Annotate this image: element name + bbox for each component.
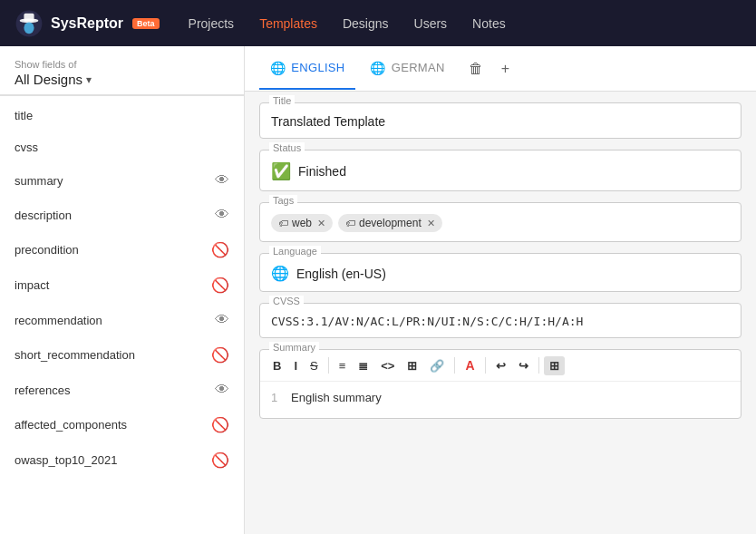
sidebar-item-label: impact: [15, 278, 49, 292]
language-value[interactable]: English (en-US): [296, 267, 386, 281]
nav-links: Projects Templates Designs Users Notes: [189, 16, 506, 31]
nav-users[interactable]: Users: [414, 16, 448, 31]
undo-button[interactable]: ↩: [490, 356, 511, 375]
content-area: 🌐 ENGLISH 🌐 GERMAN 🗑 + Title Translated …: [245, 46, 756, 534]
italic-button[interactable]: I: [288, 356, 303, 375]
eye-off-icon[interactable]: 🚫: [211, 451, 229, 469]
tab-english-label: ENGLISH: [291, 61, 344, 74]
cvss-value[interactable]: CVSS:3.1/AV:N/AC:L/PR:N/UI:N/S:C/C:H/I:H…: [271, 315, 583, 328]
svg-rect-2: [24, 13, 34, 21]
eye-icon[interactable]: 👁: [215, 172, 229, 189]
ordered-list-button[interactable]: ≣: [353, 356, 373, 375]
sidebar-item-owasp[interactable]: owasp_top10_2021 🚫: [0, 442, 244, 478]
nav-notes[interactable]: Notes: [472, 16, 506, 31]
tag-web-remove[interactable]: ✕: [317, 218, 325, 229]
sidebar-item-summary[interactable]: summary 👁: [0, 163, 244, 198]
sidebar-item-short-recommendation[interactable]: short_recommendation 🚫: [0, 337, 244, 373]
eye-off-icon[interactable]: 🚫: [211, 241, 229, 258]
title-field: Title Translated Template: [259, 102, 741, 139]
status-label: Status: [269, 142, 305, 153]
tab-english[interactable]: 🌐 ENGLISH: [259, 48, 355, 90]
redo-button[interactable]: ↪: [513, 356, 534, 375]
tags-inner: 🏷 web ✕ 🏷 development ✕: [260, 203, 741, 241]
add-language-button[interactable]: +: [496, 57, 515, 81]
code-button[interactable]: <>: [375, 356, 400, 375]
sidebar-item-label: cvss: [15, 141, 38, 154]
sidebar-item-references[interactable]: references 👁: [0, 373, 244, 407]
beta-badge: Beta: [132, 18, 160, 29]
sidebar-item-label: references: [15, 384, 70, 397]
sidebar-item-label: affected_components: [15, 418, 127, 432]
status-check-icon: ✅: [271, 161, 291, 181]
sidebar-select-row: All Designs ▾: [15, 72, 229, 87]
sidebar-item-description[interactable]: description 👁: [0, 198, 244, 232]
editor-content[interactable]: 1 English summary: [260, 382, 741, 418]
svg-point-3: [24, 22, 34, 34]
status-row: ✅ Finished: [271, 161, 730, 181]
summary-label: Summary: [269, 342, 319, 353]
sidebar-item-label: description: [15, 209, 72, 222]
eye-off-icon[interactable]: 🚫: [211, 416, 229, 433]
sidebar-item-recommendation[interactable]: recommendation 👁: [0, 303, 244, 337]
toolbar-separator: [454, 357, 455, 374]
tags-row: 🏷 web ✕ 🏷 development ✕: [271, 214, 730, 232]
sidebar-item-impact[interactable]: impact 🚫: [0, 267, 244, 303]
nav-projects[interactable]: Projects: [189, 16, 235, 31]
status-field: Status ✅ Finished: [259, 150, 741, 191]
sidebar-item-affected-components[interactable]: affected_components 🚫: [0, 407, 244, 442]
eye-off-icon[interactable]: 🚫: [211, 346, 229, 364]
main-layout: Show fields of All Designs ▾ title cvss …: [0, 46, 756, 534]
sidebar-item-cvss[interactable]: cvss: [0, 131, 244, 163]
chevron-down-icon[interactable]: ▾: [86, 73, 92, 86]
sidebar-item-label: owasp_top10_2021: [15, 453, 118, 467]
editor-toolbar: B I S ≡ ≣ <> ⊞ 🔗 A ↩ ↪ ⊞: [260, 350, 741, 382]
navbar: SysReptor Beta Projects Templates Design…: [0, 0, 756, 46]
sidebar-header: Show fields of All Designs ▾: [0, 46, 244, 95]
sidebar-item-title[interactable]: title: [0, 100, 244, 131]
form-content: Title Translated Template Status ✅ Finis…: [245, 92, 756, 441]
language-row: 🌐 English (en-US): [271, 265, 730, 282]
show-fields-label: Show fields of: [15, 59, 229, 70]
nav-templates[interactable]: Templates: [259, 16, 317, 31]
sidebar-item-label: summary: [15, 174, 63, 188]
table-button[interactable]: ⊞: [402, 356, 422, 375]
strikethrough-button[interactable]: S: [305, 356, 324, 375]
eye-icon[interactable]: 👁: [215, 312, 229, 328]
tags-label: Tags: [269, 195, 297, 206]
toolbar-separator: [328, 357, 329, 374]
view-toggle-button[interactable]: ⊞: [544, 356, 565, 375]
translate-icon: 🌐: [271, 265, 289, 282]
eye-off-icon[interactable]: 🚫: [211, 277, 229, 294]
nav-designs[interactable]: Designs: [343, 16, 389, 31]
bullet-list-button[interactable]: ≡: [334, 356, 352, 375]
eye-icon[interactable]: 👁: [215, 207, 229, 223]
toolbar-separator: [485, 357, 486, 374]
tag-icon: 🏷: [278, 218, 288, 228]
line-number: 1: [271, 391, 282, 404]
status-value[interactable]: Finished: [298, 164, 346, 179]
tab-german[interactable]: 🌐 GERMAN: [359, 48, 455, 90]
language-label: Language: [269, 246, 321, 257]
sidebar-item-label: precondition: [15, 243, 79, 257]
tag-development-remove[interactable]: ✕: [427, 218, 435, 229]
tags-field: Tags 🏷 web ✕ 🏷 development ✕: [259, 202, 741, 242]
sidebar-item-label: title: [15, 109, 33, 122]
tag-web: 🏷 web ✕: [271, 214, 333, 232]
eye-icon[interactable]: 👁: [215, 382, 229, 398]
tag-development-label: development: [359, 217, 422, 229]
bold-button[interactable]: B: [267, 356, 286, 375]
link-button[interactable]: 🔗: [424, 356, 450, 375]
tab-german-label: GERMAN: [392, 61, 445, 74]
text-style-button[interactable]: A: [460, 355, 480, 375]
summary-content: English summary: [291, 391, 382, 404]
title-value[interactable]: Translated Template: [271, 114, 385, 129]
delete-language-button[interactable]: 🗑: [463, 57, 489, 81]
translate-icon: 🌐: [270, 61, 286, 75]
tag-development: 🏷 development ✕: [338, 214, 442, 232]
tabs-bar: 🌐 ENGLISH 🌐 GERMAN 🗑 +: [245, 46, 756, 92]
sidebar-select-value[interactable]: All Designs: [15, 72, 82, 87]
title-label: Title: [269, 95, 295, 106]
brand: SysReptor Beta: [15, 9, 160, 38]
summary-field: Summary B I S ≡ ≣ <> ⊞ 🔗 A ↩ ↪: [259, 349, 741, 419]
sidebar-item-precondition[interactable]: precondition 🚫: [0, 232, 244, 267]
